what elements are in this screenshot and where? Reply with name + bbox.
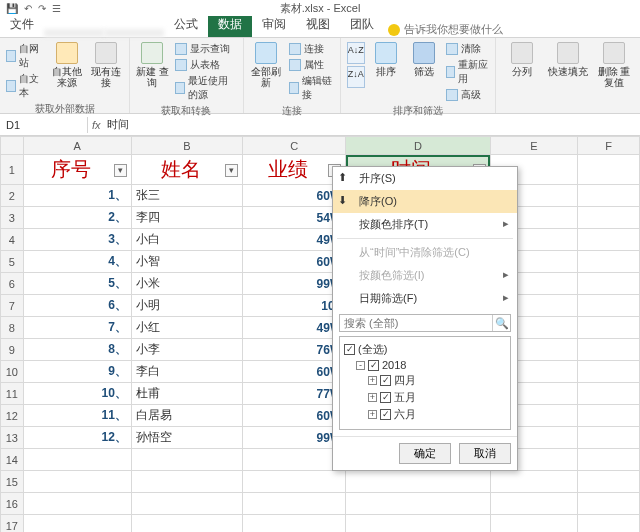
cell[interactable]: 李四 [131,207,242,229]
cell[interactable] [131,493,242,515]
row-header[interactable]: 13 [1,427,24,449]
btn-recent-sources[interactable]: 最近使用的源 [175,74,237,102]
cell[interactable]: 小米 [131,273,242,295]
cell[interactable]: 小李 [131,339,242,361]
btn-edit-links[interactable]: 编辑链接 [289,74,334,102]
cell[interactable] [131,515,242,533]
cell[interactable] [578,449,640,471]
cell[interactable] [578,295,640,317]
cell-a1[interactable]: 序号▾ [23,155,131,185]
btn-from-web[interactable]: 自网站 [6,42,44,70]
dd-date-filter[interactable]: 日期筛选(F)▸ [333,287,517,310]
btn-flash-fill[interactable]: 快速填充 [548,42,588,88]
btn-show-queries[interactable]: 显示查询 [175,42,237,56]
dd-search-box[interactable]: 🔍 [339,314,511,332]
select-all-cell[interactable] [1,137,24,155]
dd-sort-desc[interactable]: ⬇降序(O) [333,190,517,213]
row-header[interactable]: 10 [1,361,24,383]
dd-value-tree[interactable]: ✓(全选) -✓2018 +✓四月 +✓五月 +✓六月 [339,336,511,430]
btn-filter[interactable]: 筛选 [408,42,439,102]
dd-sort-by-color[interactable]: 按颜色排序(T)▸ [333,213,517,236]
col-header-c[interactable]: C [243,137,346,155]
row-header[interactable]: 14 [1,449,24,471]
row-header[interactable]: 7 [1,295,24,317]
sheet-table[interactable]: A B C D E F 1 序号▾ 姓名▾ 业绩▾ 时间▾ 2 1、 张三 60… [0,136,640,532]
row-header[interactable]: 5 [1,251,24,273]
btn-sort-asc-icon[interactable]: A↓Z [347,42,365,64]
cell[interactable] [578,317,640,339]
row-header[interactable]: 15 [1,471,24,493]
cell[interactable]: 小明 [131,295,242,317]
btn-advanced[interactable]: 高级 [446,88,489,102]
cell[interactable]: 60W [243,251,346,273]
cell[interactable]: 11、 [23,405,131,427]
btn-new-query[interactable]: 新建 查询 [136,42,169,102]
cell[interactable] [490,515,578,533]
tree-2018[interactable]: -✓2018 [344,358,506,372]
row-header[interactable]: 3 [1,207,24,229]
btn-refresh-all[interactable]: 全部刷新 [250,42,283,102]
tab-hidden1[interactable] [44,29,104,37]
row-header[interactable]: 1 [1,155,24,185]
cell[interactable]: 99W [243,273,346,295]
dd-ok-button[interactable]: 确定 [399,443,451,464]
cell[interactable]: 张三 [131,185,242,207]
btn-connections[interactable]: 连接 [289,42,334,56]
cell[interactable] [243,515,346,533]
filter-btn-b[interactable]: ▾ [225,164,238,177]
row-header[interactable]: 4 [1,229,24,251]
btn-text-to-columns[interactable]: 分列 [502,42,542,88]
cell[interactable] [243,471,346,493]
cell[interactable]: 4、 [23,251,131,273]
cell[interactable] [23,449,131,471]
cell[interactable] [578,207,640,229]
formula-value[interactable]: 时间 [107,117,129,132]
cell[interactable] [578,471,640,493]
cell[interactable] [243,449,346,471]
cell[interactable]: 6、 [23,295,131,317]
cell[interactable] [346,515,490,533]
cell[interactable]: 10、 [23,383,131,405]
cell[interactable] [578,383,640,405]
cell[interactable]: 小红 [131,317,242,339]
row-header[interactable]: 17 [1,515,24,533]
col-header-d[interactable]: D [346,137,490,155]
cell[interactable] [490,493,578,515]
cell[interactable]: 12、 [23,427,131,449]
cell[interactable]: 白居易 [131,405,242,427]
cell[interactable]: 3、 [23,229,131,251]
btn-sort-desc-icon[interactable]: Z↓A [347,66,365,88]
tree-jun[interactable]: +✓六月 [344,406,506,423]
filter-btn-a[interactable]: ▾ [114,164,127,177]
tree-apr[interactable]: +✓四月 [344,372,506,389]
name-box[interactable]: D1 [0,117,88,133]
dd-search-input[interactable] [340,315,492,331]
dd-sort-asc[interactable]: ⬆升序(S) [333,167,517,190]
cell[interactable] [578,493,640,515]
cell-c1[interactable]: 业绩▾ [243,155,346,185]
cell[interactable]: 76W [243,339,346,361]
btn-existing-conn[interactable]: 现有连接 [89,42,123,100]
cell[interactable] [23,471,131,493]
cell[interactable] [346,493,490,515]
cell[interactable]: 1、 [23,185,131,207]
col-header-e[interactable]: E [490,137,578,155]
cell[interactable]: 49W [243,317,346,339]
col-header-b[interactable]: B [131,137,242,155]
cell[interactable] [578,273,640,295]
btn-reapply[interactable]: 重新应用 [446,58,489,86]
cell[interactable] [243,493,346,515]
btn-remove-dup[interactable]: 删除 重复值 [594,42,634,88]
cell[interactable]: 2、 [23,207,131,229]
row-header[interactable]: 8 [1,317,24,339]
cell[interactable]: 杜甫 [131,383,242,405]
col-header-f[interactable]: F [578,137,640,155]
cell[interactable] [23,493,131,515]
btn-clear-filter[interactable]: 清除 [446,42,489,56]
qat-undo-icon[interactable]: ↶ [24,3,32,14]
cell[interactable] [578,405,640,427]
btn-sort[interactable]: 排序 [371,42,402,102]
cell[interactable]: 9、 [23,361,131,383]
tab-hidden2[interactable] [104,29,164,37]
btn-properties[interactable]: 属性 [289,58,334,72]
